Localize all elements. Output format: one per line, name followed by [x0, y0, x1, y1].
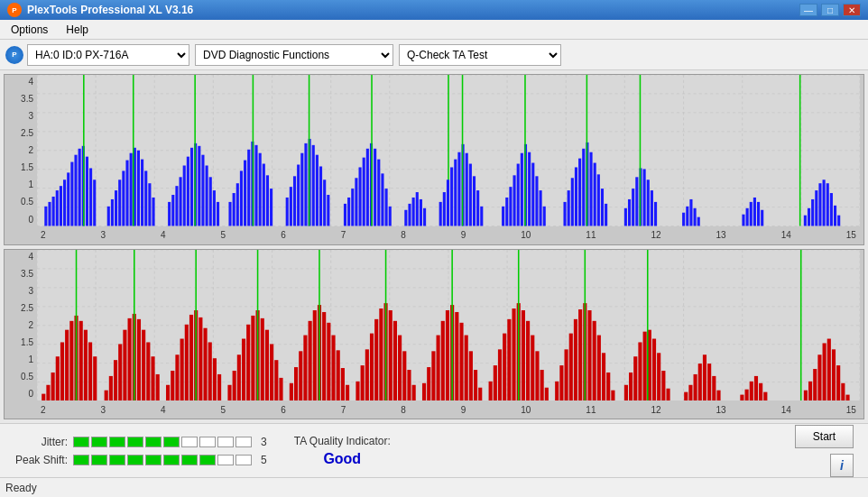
svg-rect-165: [686, 207, 688, 226]
svg-rect-224: [109, 375, 113, 400]
svg-rect-182: [826, 183, 829, 225]
svg-rect-59: [190, 148, 193, 226]
svg-rect-123: [469, 164, 472, 226]
svg-rect-286: [402, 351, 406, 400]
jitter-seg-4: [127, 437, 143, 447]
svg-rect-279: [370, 333, 374, 400]
svg-rect-265: [303, 335, 307, 400]
svg-rect-142: [568, 190, 570, 225]
close-button[interactable]: ✕: [843, 4, 861, 16]
svg-rect-294: [441, 320, 445, 400]
svg-rect-83: [293, 176, 296, 225]
svg-rect-323: [578, 309, 582, 400]
svg-rect-27: [56, 190, 59, 225]
svg-rect-39: [107, 207, 110, 226]
menu-options[interactable]: Options: [4, 22, 55, 38]
svg-rect-31: [70, 162, 73, 226]
test-select[interactable]: Q-Check TA Test: [399, 44, 561, 66]
svg-rect-56: [180, 177, 182, 225]
title-bar-controls[interactable]: — □ ✕: [799, 4, 861, 16]
ps-seg-1: [73, 455, 89, 465]
ta-quality-value: Good: [323, 451, 361, 467]
jitter-row: Jitter: 3: [9, 436, 267, 448]
svg-rect-88: [312, 145, 315, 226]
svg-rect-366: [841, 382, 845, 400]
svg-rect-110: [412, 198, 415, 226]
info-button[interactable]: i: [830, 454, 854, 477]
ps-seg-3: [109, 455, 125, 465]
svg-rect-349: [712, 375, 716, 400]
svg-rect-73: [247, 150, 250, 226]
svg-rect-138: [540, 190, 542, 225]
svg-rect-152: [605, 204, 607, 226]
svg-rect-44: [125, 161, 128, 226]
svg-rect-167: [694, 208, 697, 226]
svg-rect-172: [753, 198, 756, 226]
bottom-chart-svg: [37, 250, 860, 401]
ps-seg-6: [163, 455, 180, 465]
svg-rect-340: [661, 371, 665, 401]
svg-rect-264: [299, 351, 302, 400]
peak-shift-bar: [73, 455, 252, 465]
svg-rect-98: [359, 167, 362, 225]
maximize-button[interactable]: □: [821, 4, 839, 16]
drive-section: P HA:0 ID:0 PX-716A: [5, 44, 189, 66]
svg-rect-216: [69, 320, 73, 400]
svg-rect-362: [823, 343, 826, 400]
svg-rect-173: [757, 202, 760, 226]
svg-rect-65: [213, 190, 216, 225]
svg-rect-131: [513, 175, 516, 225]
ps-seg-4: [127, 455, 143, 465]
ps-seg-9: [217, 455, 234, 465]
svg-rect-82: [290, 187, 292, 225]
svg-rect-251: [237, 354, 241, 400]
svg-rect-276: [356, 381, 359, 400]
svg-rect-61: [198, 146, 200, 226]
svg-rect-137: [535, 176, 538, 225]
svg-rect-290: [422, 382, 426, 400]
svg-rect-146: [582, 149, 585, 226]
svg-rect-120: [457, 152, 460, 226]
title-bar-left: P PlexTools Professional XL V3.16: [7, 3, 193, 17]
svg-rect-53: [168, 202, 171, 226]
svg-rect-219: [84, 329, 88, 400]
svg-rect-341: [666, 388, 669, 400]
svg-rect-115: [439, 202, 442, 226]
menu-help[interactable]: Help: [59, 22, 96, 38]
svg-rect-319: [559, 365, 563, 400]
window-title: PlexTools Professional XL V3.16: [27, 4, 193, 16]
svg-rect-113: [423, 208, 426, 226]
drive-icon: P: [5, 46, 23, 64]
svg-rect-213: [56, 356, 60, 400]
svg-rect-262: [290, 382, 293, 400]
svg-rect-256: [261, 318, 264, 400]
svg-rect-36: [89, 168, 92, 225]
svg-rect-241: [189, 314, 193, 400]
svg-rect-280: [374, 318, 378, 400]
jitter-label: Jitter:: [9, 436, 68, 448]
svg-rect-227: [123, 329, 126, 400]
svg-rect-144: [575, 167, 577, 225]
minimize-button[interactable]: —: [799, 4, 817, 16]
svg-rect-257: [265, 329, 269, 400]
svg-rect-63: [206, 166, 208, 226]
svg-rect-273: [341, 368, 345, 400]
svg-rect-156: [632, 189, 634, 225]
svg-rect-355: [759, 382, 762, 400]
svg-rect-365: [836, 365, 840, 400]
drive-select[interactable]: HA:0 ID:0 PX-716A: [27, 44, 189, 66]
svg-rect-345: [694, 373, 697, 400]
jitter-seg-7: [181, 437, 198, 447]
svg-rect-66: [217, 202, 219, 226]
start-button[interactable]: Start: [795, 425, 854, 448]
svg-rect-259: [274, 360, 278, 400]
function-select[interactable]: DVD Diagnostic Functions: [195, 44, 393, 66]
svg-rect-37: [93, 179, 96, 225]
svg-rect-211: [46, 384, 50, 400]
svg-rect-157: [635, 177, 638, 225]
svg-rect-221: [93, 356, 97, 400]
svg-rect-285: [398, 335, 402, 400]
ps-seg-2: [91, 455, 107, 465]
jitter-bar: [73, 437, 252, 447]
svg-rect-159: [643, 169, 646, 225]
